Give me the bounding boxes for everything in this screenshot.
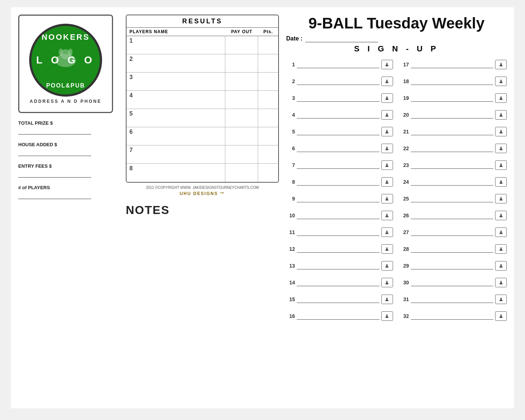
signup-row: 13♟ [286, 258, 393, 273]
row7-payout [225, 145, 258, 163]
right-column: 9-BALL Tuesday Weekly Date : S I G N - U… [283, 15, 507, 401]
signup-icon-box: ♟ [381, 194, 393, 203]
results-title: RESULTS [127, 15, 278, 28]
row7-num: 7 [127, 145, 225, 163]
total-prize-line [18, 127, 91, 135]
results-header: PLAYERS NAME PAY OUT Pts. [127, 28, 278, 36]
signup-name-line [411, 61, 494, 68]
row3-num: 3 [127, 73, 225, 90]
signup-number: 32 [400, 313, 409, 319]
col-players-name: PLAYERS NAME [127, 28, 225, 36]
signup-row: 22♟ [400, 141, 507, 156]
signup-icon-box: ♟ [381, 295, 393, 304]
signup-number: 11 [286, 229, 295, 235]
num-players-field: # of PLAYERS [18, 185, 117, 199]
signup-icon-box: ♟ [495, 311, 507, 321]
signup-name-line [297, 128, 380, 135]
table-row: 1 [127, 36, 278, 54]
row1-num: 1 [127, 36, 225, 54]
signup-number: 17 [400, 62, 409, 67]
signup-number: 18 [400, 78, 409, 84]
signup-grid: 1♟2♟3♟4♟5♟6♟7♟8♟9♟10♟11♟12♟13♟14♟15♟16♟1… [286, 57, 507, 326]
signup-icon-box: ♟ [381, 244, 393, 254]
row2-pts [258, 54, 278, 72]
signup-number: 29 [400, 263, 409, 269]
signup-icon-box: ♟ [381, 311, 393, 321]
house-added-line [18, 149, 91, 156]
sign-up-title: S I G N - U P [286, 44, 507, 54]
middle-column: RESULTS PLAYERS NAME PAY OUT Pts. 1 2 3 … [122, 15, 283, 401]
col-pay-out: PAY OUT [225, 28, 258, 36]
signup-icon-box: ♟ [381, 278, 393, 287]
signup-row: 23♟ [400, 158, 507, 172]
signup-number: 9 [286, 196, 295, 202]
row8-num: 8 [127, 164, 225, 182]
signup-number: 16 [286, 313, 295, 319]
signup-icon-box: ♟ [381, 228, 393, 237]
signup-row: 6♟ [286, 141, 393, 156]
signup-name-line [411, 78, 494, 85]
signup-name-line [411, 178, 494, 186]
signup-icon-box: ♟ [381, 177, 393, 187]
row8-payout [225, 164, 258, 182]
logo-address: ADDRESS A N D PHONE [30, 99, 102, 104]
signup-row: 15♟ [286, 292, 393, 307]
jaki-logo: UHU DESIGNS ™ [126, 191, 279, 196]
signup-name-line [297, 212, 380, 219]
signup-number: 7 [286, 162, 295, 168]
signup-row: 32♟ [400, 309, 507, 323]
row1-payout [225, 36, 258, 54]
signup-number: 5 [286, 129, 295, 135]
signup-row: 30♟ [400, 275, 507, 290]
logo-box: NOOKERS L O G O POOL&PUB ADDRESS A N D P… [18, 15, 113, 113]
row3-payout [225, 73, 258, 90]
table-row: 3 [127, 73, 278, 91]
signup-icon-box: ♟ [381, 110, 393, 120]
signup-number: 2 [286, 78, 295, 84]
table-row: 8 [127, 164, 278, 182]
signup-name-line [297, 296, 380, 303]
signup-number: 27 [400, 229, 409, 235]
row5-num: 5 [127, 109, 225, 127]
signup-number: 25 [400, 196, 409, 202]
signup-icon-box: ♟ [495, 93, 507, 103]
signup-row: 8♟ [286, 175, 393, 189]
row1-pts [258, 36, 278, 54]
signup-name-line [411, 111, 494, 118]
signup-number: 31 [400, 296, 409, 302]
row4-pts [258, 91, 278, 109]
signup-name-line [297, 245, 380, 253]
signup-number: 30 [400, 280, 409, 285]
table-row: 4 [127, 91, 278, 109]
signup-row: 16♟ [286, 309, 393, 323]
signup-icon-box: ♟ [495, 194, 507, 203]
signup-number: 23 [400, 162, 409, 168]
signup-row: 17♟ [400, 57, 507, 72]
col-pts: Pts. [258, 28, 278, 36]
row5-pts [258, 109, 278, 127]
signup-icon-box: ♟ [381, 144, 393, 153]
signup-number: 6 [286, 145, 295, 151]
signup-row: 21♟ [400, 124, 507, 139]
signup-icon-box: ♟ [381, 60, 393, 69]
signup-number: 15 [286, 296, 295, 302]
signup-icon-box: ♟ [381, 93, 393, 103]
signup-icon-box: ♟ [495, 211, 507, 220]
signup-name-line [297, 61, 380, 68]
signup-icon-box: ♟ [381, 77, 393, 86]
signup-name-line [411, 128, 494, 135]
row2-num: 2 [127, 54, 225, 72]
main-title: 9-BALL Tuesday Weekly [286, 15, 507, 32]
left-column: NOOKERS L O G O POOL&PUB ADDRESS A N D P… [18, 15, 122, 401]
signup-row: 19♟ [400, 91, 507, 105]
signup-number: 3 [286, 95, 295, 101]
signup-name-line [297, 229, 380, 236]
signup-row: 9♟ [286, 191, 393, 206]
signup-row: 25♟ [400, 191, 507, 206]
signup-name-line [297, 111, 380, 118]
total-prize-label: TOTAL PRIZE $ [18, 120, 117, 126]
signup-name-line [297, 145, 380, 152]
signup-name-line [297, 262, 380, 269]
signup-icon-box: ♟ [495, 77, 507, 86]
signup-number: 21 [400, 129, 409, 135]
